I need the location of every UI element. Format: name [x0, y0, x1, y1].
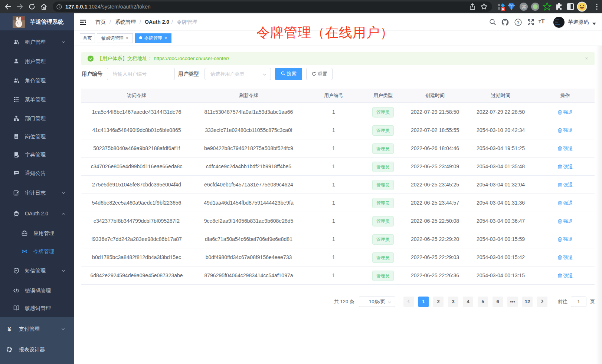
- svg-text:¥: ¥: [7, 326, 11, 332]
- svg-text:⌘: ⌘: [521, 4, 526, 10]
- svg-text:9: 9: [502, 7, 504, 11]
- svg-text:?: ?: [517, 20, 519, 24]
